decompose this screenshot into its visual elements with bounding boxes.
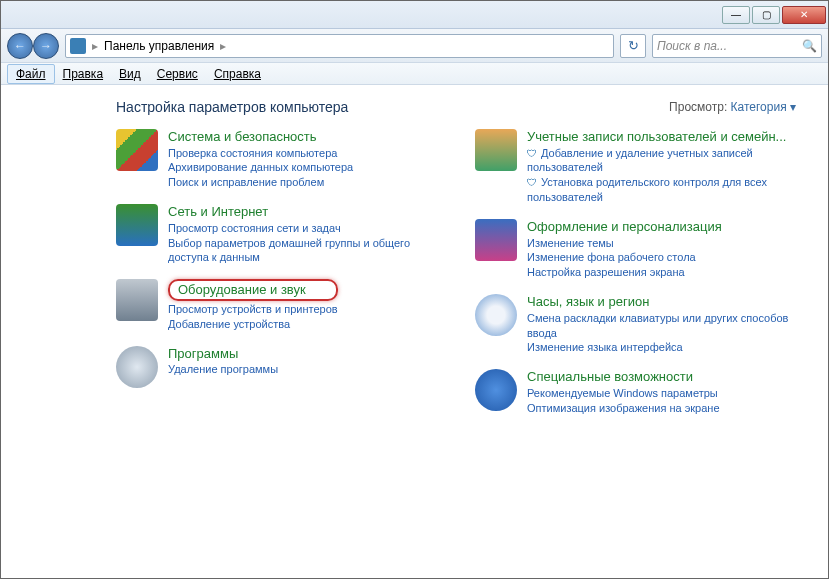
category-task[interactable]: Рекомендуемые Windows параметры xyxy=(527,386,720,401)
category-column-left: Система и безопасностьПроверка состояния… xyxy=(116,129,445,416)
category-task[interactable]: Смена раскладки клавиатуры или других сп… xyxy=(527,311,804,341)
category-task[interactable]: Изменение фона рабочего стола xyxy=(527,250,722,265)
category-text: Оборудование и звукПросмотр устройств и … xyxy=(168,279,338,331)
category-task[interactable]: Поиск и исправление проблем xyxy=(168,175,353,190)
category: Специальные возможностиРекомендуемые Win… xyxy=(475,369,804,415)
refresh-button[interactable]: ↻ xyxy=(620,34,646,58)
category-text: Учетные записи пользователей и семейн...… xyxy=(527,129,804,205)
view-by: Просмотр: Категория ▾ xyxy=(669,100,796,114)
breadcrumb-sep: ▸ xyxy=(220,39,226,53)
menu-help[interactable]: Справка xyxy=(206,65,269,83)
breadcrumb-item[interactable]: Панель управления xyxy=(104,39,214,53)
ic-security-icon xyxy=(116,129,158,171)
ic-programs-icon xyxy=(116,346,158,388)
category-task[interactable]: Добавление и удаление учетных записей по… xyxy=(527,146,804,176)
category-task[interactable]: Изменение языка интерфейса xyxy=(527,340,804,355)
category-text: Сеть и ИнтернетПросмотр состояния сети и… xyxy=(168,204,445,265)
search-icon: 🔍 xyxy=(802,39,817,53)
search-placeholder: Поиск в па... xyxy=(657,39,727,53)
category-title[interactable]: Система и безопасность xyxy=(168,129,353,145)
search-input[interactable]: Поиск в па... 🔍 xyxy=(652,34,822,58)
window-titlebar: — ▢ ✕ xyxy=(1,1,828,29)
view-by-label: Просмотр: xyxy=(669,100,727,114)
category-task[interactable]: Добавление устройства xyxy=(168,317,338,332)
control-panel-icon xyxy=(70,38,86,54)
category-title[interactable]: Часы, язык и регион xyxy=(527,294,804,310)
category-text: ПрограммыУдаление программы xyxy=(168,346,278,388)
category-text: Часы, язык и регионСмена раскладки клави… xyxy=(527,294,804,355)
category: ПрограммыУдаление программы xyxy=(116,346,445,388)
category-text: Оформление и персонализацияИзменение тем… xyxy=(527,219,722,280)
category-text: Система и безопасностьПроверка состояния… xyxy=(168,129,353,190)
category-task[interactable]: Проверка состояния компьютера xyxy=(168,146,353,161)
menu-view[interactable]: Вид xyxy=(111,65,149,83)
category-column-right: Учетные записи пользователей и семейн...… xyxy=(475,129,804,416)
breadcrumb[interactable]: ▸ Панель управления ▸ xyxy=(65,34,614,58)
category-task[interactable]: Установка родительского контроля для все… xyxy=(527,175,804,205)
category-task[interactable]: Выбор параметров домашней группы и общег… xyxy=(168,236,445,266)
category-title[interactable]: Учетные записи пользователей и семейн... xyxy=(527,129,804,145)
category-text: Специальные возможностиРекомендуемые Win… xyxy=(527,369,720,415)
address-bar: ← → ▸ Панель управления ▸ ↻ Поиск в па..… xyxy=(1,29,828,63)
maximize-button[interactable]: ▢ xyxy=(752,6,780,24)
category-title[interactable]: Оформление и персонализация xyxy=(527,219,722,235)
minimize-button[interactable]: — xyxy=(722,6,750,24)
view-by-dropdown[interactable]: Категория ▾ xyxy=(731,100,796,114)
menu-bar: Файл Правка Вид Сервис Справка xyxy=(1,63,828,85)
category-task[interactable]: Изменение темы xyxy=(527,236,722,251)
close-button[interactable]: ✕ xyxy=(782,6,826,24)
page-title: Настройка параметров компьютера xyxy=(116,99,348,115)
category: Учетные записи пользователей и семейн...… xyxy=(475,129,804,205)
breadcrumb-sep: ▸ xyxy=(92,39,98,53)
category-task[interactable]: Оптимизация изображения на экране xyxy=(527,401,720,416)
ic-hardware-icon xyxy=(116,279,158,321)
menu-service[interactable]: Сервис xyxy=(149,65,206,83)
category: Оборудование и звукПросмотр устройств и … xyxy=(116,279,445,331)
ic-appearance-icon xyxy=(475,219,517,261)
menu-edit[interactable]: Правка xyxy=(55,65,112,83)
ic-network-icon xyxy=(116,204,158,246)
ic-users-icon xyxy=(475,129,517,171)
category-task[interactable]: Просмотр состояния сети и задач xyxy=(168,221,445,236)
ic-access-icon xyxy=(475,369,517,411)
category-task[interactable]: Просмотр устройств и принтеров xyxy=(168,302,338,317)
category-title[interactable]: Оборудование и звук xyxy=(168,279,338,301)
category: Сеть и ИнтернетПросмотр состояния сети и… xyxy=(116,204,445,265)
back-button[interactable]: ← xyxy=(7,33,33,59)
ic-clock-icon xyxy=(475,294,517,336)
content-area: Настройка параметров компьютера Просмотр… xyxy=(1,85,828,579)
category-title[interactable]: Сеть и Интернет xyxy=(168,204,445,220)
category-title[interactable]: Программы xyxy=(168,346,278,362)
category-title[interactable]: Специальные возможности xyxy=(527,369,720,385)
category: Система и безопасностьПроверка состояния… xyxy=(116,129,445,190)
category-task[interactable]: Настройка разрешения экрана xyxy=(527,265,722,280)
category-task[interactable]: Удаление программы xyxy=(168,362,278,377)
category-task[interactable]: Архивирование данных компьютера xyxy=(168,160,353,175)
category: Оформление и персонализацияИзменение тем… xyxy=(475,219,804,280)
forward-button[interactable]: → xyxy=(33,33,59,59)
menu-file[interactable]: Файл xyxy=(7,64,55,84)
category: Часы, язык и регионСмена раскладки клави… xyxy=(475,294,804,355)
